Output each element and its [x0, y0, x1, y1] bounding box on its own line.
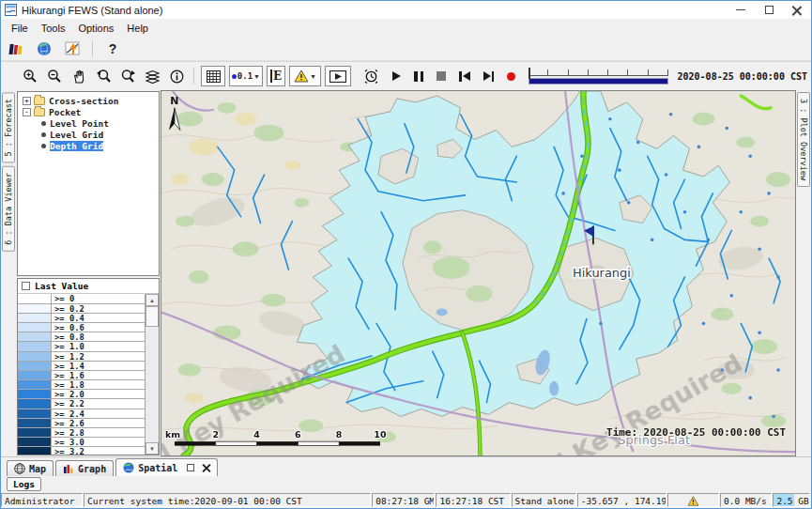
maximize-panel-icon[interactable]: [187, 464, 194, 471]
scale-icon: E: [270, 69, 282, 83]
zoom-previous-button[interactable]: [93, 66, 114, 86]
tab-graph[interactable]: Graph: [55, 460, 114, 476]
legend-class-label: >= 1.0: [52, 342, 84, 350]
grid-icon: [207, 70, 221, 83]
last-value-checkbox[interactable]: [22, 282, 30, 290]
scroll-up-icon[interactable]: ▲: [146, 294, 159, 306]
rating-curve-button[interactable]: [61, 39, 84, 59]
menu-item[interactable]: Help: [120, 21, 155, 36]
help-button[interactable]: ?: [101, 39, 124, 59]
map-toolbar: 0.1 ▼ E ▼: [1, 61, 811, 90]
menu-item[interactable]: Tools: [35, 21, 72, 36]
zoom-out-icon: [47, 69, 62, 84]
scroll-thumb[interactable]: [146, 306, 159, 327]
title-bar[interactable]: Hikurangi FEWS (Stand alone): [1, 1, 811, 19]
scroll-down-icon[interactable]: ▼: [146, 442, 159, 455]
legend-row[interactable]: >= 1.2: [18, 352, 145, 362]
pause-icon: [414, 71, 423, 82]
legend-row[interactable]: >= 0: [18, 294, 145, 303]
legend-class-label: >= 2.8: [52, 428, 84, 437]
step-back-button[interactable]: [459, 71, 470, 82]
svg-text:N: N: [170, 95, 178, 107]
animation-button[interactable]: [325, 66, 351, 86]
step-forward-button[interactable]: [483, 71, 495, 82]
tree-item[interactable]: Depth Grid: [19, 140, 158, 151]
layers-button[interactable]: [142, 66, 162, 86]
zoom-out-button[interactable]: [44, 66, 65, 86]
layer-tree: + Cross-section - Pocket: [17, 91, 160, 276]
legend-scrollbar[interactable]: ▲ ▼: [146, 294, 159, 455]
grid-display-button[interactable]: [201, 66, 225, 86]
time-slider-range: [529, 78, 668, 85]
app-window: Hikurangi FEWS (Stand alone) FileToolsOp…: [0, 0, 812, 509]
side-panel-tab[interactable]: 5 : Forecast: [2, 92, 15, 162]
legend-row[interactable]: >= 2.4: [18, 409, 145, 419]
legend-swatch: [18, 332, 52, 341]
map-display-button[interactable]: [33, 39, 55, 59]
pause-button[interactable]: [414, 71, 423, 82]
scale-button[interactable]: E: [267, 66, 285, 86]
legend-row[interactable]: >= 2.8: [18, 428, 145, 438]
tree-item[interactable]: + Cross-section: [19, 95, 158, 106]
current-datetime: 2020-08-25 00:00:00 CST: [678, 71, 807, 82]
legend-row[interactable]: >= 1.6: [18, 371, 145, 380]
legend-row[interactable]: >= 0.4: [18, 314, 145, 323]
legend-row[interactable]: >= 3.2: [18, 447, 145, 455]
time-slider-ruler[interactable]: [529, 68, 668, 76]
tree-item[interactable]: - Pocket: [19, 106, 158, 117]
legend-classes: >= 0 >= 0.2: [18, 294, 146, 455]
legend-row[interactable]: >= 0.8: [18, 332, 145, 342]
logs-button[interactable]: Logs: [7, 477, 41, 491]
close-button[interactable]: [783, 1, 811, 19]
interval-dot-icon: [232, 74, 237, 79]
play-button[interactable]: [392, 71, 401, 81]
layers-icon: [145, 69, 161, 84]
interval-dropdown[interactable]: 0.1 ▼: [229, 66, 263, 86]
status-warnings[interactable]: [667, 493, 719, 507]
tab-map[interactable]: Map: [7, 460, 54, 476]
tree-node-label[interactable]: Depth Grid: [50, 141, 103, 151]
tab-spatial[interactable]: Spatial: [115, 458, 218, 476]
close-panel-icon[interactable]: [202, 464, 210, 472]
legend-row[interactable]: >= 3.0: [18, 438, 145, 447]
warnings-dropdown[interactable]: ▼: [289, 66, 321, 86]
legend-class-label: >= 0.4: [52, 314, 84, 322]
legend-row[interactable]: >= 0.6: [18, 323, 145, 332]
legend-row[interactable]: >= 2.0: [18, 390, 145, 399]
zoom-in-button[interactable]: [20, 66, 40, 86]
tree-expander[interactable]: +: [23, 97, 31, 105]
svg-text:2: 2: [212, 429, 219, 440]
menu-item[interactable]: File: [5, 21, 35, 36]
legend-row[interactable]: >= 2.2: [18, 399, 145, 409]
time-settings-button[interactable]: [360, 66, 381, 86]
minimize-button[interactable]: [727, 1, 755, 19]
legend-row[interactable]: >= 1.4: [18, 362, 145, 371]
tree-node-label[interactable]: Level Grid: [50, 130, 103, 140]
tree-node-label[interactable]: Pocket: [49, 107, 81, 117]
zoom-next-button[interactable]: [117, 66, 138, 86]
tree-item[interactable]: Level Point: [19, 117, 158, 129]
pan-button[interactable]: [69, 66, 89, 86]
tree-node-label[interactable]: Cross-section: [49, 96, 118, 106]
record-button[interactable]: [507, 72, 515, 81]
maximize-button[interactable]: [755, 1, 783, 19]
side-panel-tab[interactable]: 3 : Plot Overview: [797, 92, 810, 187]
tree-node-label[interactable]: Level Point: [50, 118, 109, 129]
time-slider[interactable]: [529, 65, 668, 87]
info-button[interactable]: [166, 66, 187, 86]
zoom-in-icon: [23, 69, 38, 84]
playback-controls: [392, 71, 515, 82]
tree-expander[interactable]: -: [23, 108, 31, 116]
side-panel-tab[interactable]: 6 : Data Viewer: [2, 166, 15, 252]
menu-item[interactable]: Options: [71, 21, 120, 36]
legend-row[interactable]: >= 0.2: [18, 304, 145, 314]
svg-text:km: km: [165, 429, 180, 440]
tree-item[interactable]: Level Grid: [19, 129, 158, 140]
archive-button[interactable]: [5, 39, 27, 59]
legend-swatch: [18, 342, 52, 350]
legend-row[interactable]: >= 1.8: [18, 380, 145, 390]
stop-button[interactable]: [437, 71, 446, 81]
legend-row[interactable]: >= 1.0: [18, 342, 145, 351]
legend-row[interactable]: >= 2.6: [18, 419, 145, 428]
spatial-map[interactable]: Hikurangi Springs Flat API Key Required …: [161, 90, 796, 456]
